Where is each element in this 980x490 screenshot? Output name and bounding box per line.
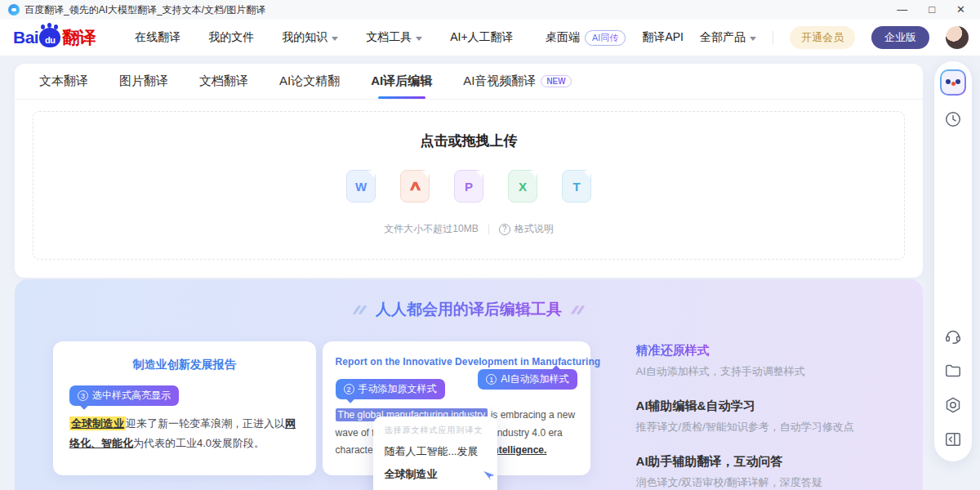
- source-doc-title: 制造业创新发展报告: [69, 358, 300, 372]
- folder-icon[interactable]: [942, 360, 964, 381]
- ai-assistant-icon[interactable]: [940, 69, 966, 96]
- minimize-button[interactable]: —: [897, 0, 907, 20]
- translated-doc-title: Report on the Innovative Development in …: [336, 356, 577, 368]
- baidu-paw-icon: du: [39, 28, 60, 47]
- manual-style-badge: 2 手动添加原文样式: [336, 379, 445, 399]
- nav-desktop-app[interactable]: 桌面端 AI同传: [546, 30, 626, 46]
- file-size-hint: 文件大小不超过10MB: [384, 222, 478, 236]
- feature-ai-assist-edit[interactable]: AI辅助编辑&自动学习 推荐译文/质检/智能知识参考，自动学习修改点: [623, 399, 884, 434]
- pdf-file-icon: [400, 170, 430, 203]
- post-editing-promo-section: 人人都会用的译后编辑工具 制造业创新发展报告 3 选中样式高亮显示 全球制造业迎…: [15, 279, 923, 490]
- feature-restore-style[interactable]: 精准还原样式 AI自动添加样式，支持手动调整样式: [623, 343, 884, 379]
- top-navbar: Bai du 翻译 在线翻译 我的文件 我的知识 文档工具 AI+人工翻译 桌面…: [0, 20, 980, 56]
- upload-title: 点击或拖拽上传: [33, 131, 904, 150]
- translate-panel: 文本翻译 图片翻译 文档翻译 AI论文精翻 AI译后编辑 AI音视频翻译 NEW…: [15, 64, 923, 278]
- logo-suffix: 翻译: [62, 26, 96, 49]
- auto-style-badge: 1 AI自动添加样式: [478, 369, 577, 390]
- cursor-icon: [481, 467, 497, 483]
- divider: [773, 31, 773, 44]
- feature-ai-assistant-qa[interactable]: AI助手辅助翻译，互动问答 润色译文/双语审校/翻译详解，深度答疑: [623, 454, 884, 490]
- baidu-translate-logo[interactable]: Bai du 翻译: [13, 26, 96, 49]
- promo-heading: 人人都会用的译后编辑工具: [376, 299, 562, 320]
- tab-text-translate[interactable]: 文本翻译: [39, 64, 88, 99]
- tab-ai-post-editing[interactable]: AI译后编辑: [371, 64, 432, 99]
- sparkle-decoration: [573, 305, 582, 314]
- nav-online-translate[interactable]: 在线翻译: [135, 30, 180, 45]
- dropdown-item[interactable]: 随着人工智能...发展: [385, 444, 486, 459]
- settings-icon[interactable]: [942, 394, 964, 416]
- tab-ai-paper-translate[interactable]: AI论文精翻: [279, 64, 340, 99]
- nav-translate-api[interactable]: 翻译API: [642, 30, 684, 45]
- highlight-style-badge: 3 选中样式高亮显示: [69, 385, 179, 406]
- open-membership-button[interactable]: 开通会员: [790, 26, 855, 49]
- enterprise-button[interactable]: 企业版: [871, 26, 929, 49]
- right-side-rail: [934, 61, 972, 461]
- window-titlebar: 百度翻译_领先的AI大模型翻译_支持文本/文档/图片翻译 — □ ✕: [0, 0, 980, 20]
- feature-list: 精准还原样式 AI自动添加样式，支持手动调整样式 AI辅助编辑&自动学习 推荐译…: [623, 341, 884, 490]
- nav-ai-human-translate[interactable]: AI+人工翻译: [450, 30, 513, 45]
- ai-interpreting-badge: AI同传: [585, 30, 626, 46]
- close-button[interactable]: ✕: [956, 0, 965, 20]
- tab-image-translate[interactable]: 图片翻译: [119, 64, 168, 99]
- window-title: 百度翻译_领先的AI大模型翻译_支持文本/文档/图片翻译: [24, 3, 265, 17]
- source-demo-card: 制造业创新发展报告 3 选中样式高亮显示 全球制造业迎来了新一轮变革浪潮，正进入…: [53, 341, 316, 475]
- app-icon: [8, 4, 20, 16]
- dropdown-item-selected[interactable]: 全球制造业: [385, 467, 486, 482]
- sparkle-decoration: [355, 305, 364, 314]
- nav-my-knowledge[interactable]: 我的知识: [282, 30, 338, 45]
- question-mark-icon: ?: [499, 224, 510, 235]
- customer-support-icon[interactable]: [942, 326, 964, 347]
- logo-bai: Bai: [13, 28, 38, 47]
- txt-file-icon: T: [562, 170, 591, 203]
- source-paragraph: 全球制造业迎来了新一轮变革浪潮，正进入以网络化、智能化为代表的工业4.0发展阶段…: [69, 414, 300, 453]
- translation-demo-card: Report on the Innovative Development in …: [323, 341, 590, 475]
- format-help-link[interactable]: ? 格式说明: [499, 222, 554, 236]
- chevron-down-icon: [750, 37, 756, 41]
- user-avatar[interactable]: [946, 26, 969, 49]
- chevron-down-icon: [416, 37, 422, 41]
- nav-all-products[interactable]: 全部产品: [700, 30, 756, 45]
- word-file-icon: W: [346, 170, 376, 203]
- history-icon[interactable]: [942, 109, 964, 130]
- nav-doc-tools[interactable]: 文档工具: [366, 30, 422, 45]
- tab-doc-translate[interactable]: 文档翻译: [199, 64, 248, 99]
- upload-dropzone[interactable]: 点击或拖拽上传 W P X T 文件大小不超过10MB ? 格式说明: [33, 111, 905, 260]
- divider: [488, 225, 489, 234]
- excel-file-icon: X: [508, 170, 537, 203]
- tab-ai-audio-video-translate[interactable]: AI音视频翻译 NEW: [463, 64, 572, 99]
- nav-my-files[interactable]: 我的文件: [208, 30, 254, 45]
- translate-tabs: 文本翻译 图片翻译 文档翻译 AI论文精翻 AI译后编辑 AI音视频翻译 NEW: [15, 64, 923, 100]
- new-badge: NEW: [541, 75, 571, 87]
- ppt-file-icon: P: [454, 170, 483, 203]
- dropdown-header: 选择原文样式应用到译文: [385, 425, 486, 436]
- chevron-down-icon: [332, 37, 338, 41]
- highlighted-term: 全球制造业: [69, 416, 126, 430]
- active-indicator-bar: [623, 345, 626, 357]
- maximize-button[interactable]: □: [929, 0, 935, 20]
- collapse-panel-icon[interactable]: [942, 429, 964, 450]
- style-picker-dropdown: 选择原文样式应用到译文 随着人工智能...发展 全球制造业 网络化、智能化: [373, 416, 497, 490]
